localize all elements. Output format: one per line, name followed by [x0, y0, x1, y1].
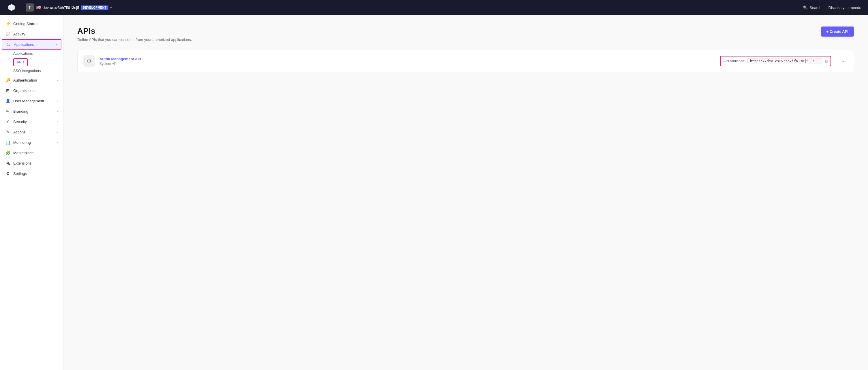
- page-header-left: APIs Define APIs that you can consume fr…: [77, 27, 192, 42]
- chevron-down-icon: ▾: [56, 43, 57, 46]
- topnav-left: T 🇺🇸 dev-cxuv3bh7if613uj5 DEVELOPMENT ▾: [7, 3, 112, 12]
- sidebar-sub-applications: Applications APIs SSO Integrations: [0, 49, 63, 75]
- main-content: APIs Define APIs that you can consume fr…: [63, 15, 868, 370]
- chevron-right-icon: ›: [57, 99, 58, 103]
- chevron-right-icon: ›: [57, 109, 58, 113]
- search-button[interactable]: 🔍 Search: [803, 5, 821, 10]
- page-subtitle: Define APIs that you can consume from yo…: [77, 37, 192, 42]
- copy-audience-button[interactable]: ⧉: [825, 59, 828, 64]
- extensions-icon: 🔌: [5, 161, 10, 166]
- sidebar-sub-item-apis[interactable]: APIs: [13, 58, 28, 66]
- sidebar-item-label: Monitoring: [13, 140, 54, 145]
- chevron-right-icon: ›: [57, 141, 58, 144]
- sidebar-item-actions[interactable]: ↻ Actions ›: [0, 127, 63, 137]
- search-icon: 🔍: [803, 5, 808, 10]
- flag-icon: 🇺🇸: [36, 5, 41, 10]
- api-name-link[interactable]: Auth0 Management API: [99, 57, 715, 61]
- topnav: T 🇺🇸 dev-cxuv3bh7if613uj5 DEVELOPMENT ▾ …: [0, 0, 868, 15]
- copy-icon: ⧉: [825, 59, 828, 64]
- tenant-name-text: dev-cxuv3bh7if613uj5: [43, 5, 79, 10]
- marketplace-icon: 🧩: [5, 150, 10, 155]
- sidebar-item-authentication[interactable]: 🔑 Authentication ›: [0, 75, 63, 85]
- sidebar-item-branding[interactable]: ✏ Branding ›: [0, 106, 63, 116]
- sidebar-item-label: Getting Started: [13, 22, 58, 26]
- sidebar-item-label: Authentication: [13, 78, 54, 82]
- sidebar-item-security[interactable]: ✔ Security ›: [0, 116, 63, 127]
- sidebar-item-label: Applications: [14, 42, 53, 47]
- chevron-right-icon: ›: [57, 78, 58, 82]
- chevron-down-icon: ▾: [110, 6, 112, 9]
- activity-icon: 📈: [5, 31, 10, 37]
- sidebar-item-label: Settings: [13, 171, 58, 176]
- branding-icon: ✏: [5, 109, 10, 114]
- authentication-icon: 🔑: [5, 77, 10, 83]
- sidebar-item-activity[interactable]: 📈 Activity: [0, 29, 63, 39]
- main-header: APIs Define APIs that you can consume fr…: [77, 27, 854, 42]
- sidebar-item-label: Branding: [13, 109, 54, 113]
- api-info: Auth0 Management API System API: [99, 57, 715, 66]
- logo-icon[interactable]: [7, 3, 16, 12]
- sidebar: ⚡ Getting Started 📈 Activity 🗂 Applicati…: [0, 15, 63, 370]
- sidebar-item-label: Marketplace: [13, 151, 58, 155]
- sidebar-sub-item-sso[interactable]: SSO Integrations: [13, 67, 63, 75]
- sidebar-item-label: User Management: [13, 99, 54, 103]
- sidebar-item-marketplace[interactable]: 🧩 Marketplace: [0, 147, 63, 158]
- user-management-icon: 👤: [5, 98, 10, 103]
- sidebar-item-label: Extensions: [13, 161, 58, 165]
- settings-icon: ⚙: [5, 171, 10, 176]
- sidebar-item-getting-started[interactable]: ⚡ Getting Started: [0, 19, 63, 29]
- layout: ⚡ Getting Started 📈 Activity 🗂 Applicati…: [0, 15, 868, 370]
- getting-started-icon: ⚡: [5, 21, 10, 26]
- api-type: System API: [99, 62, 715, 66]
- sidebar-sub-item-applications[interactable]: Applications: [13, 49, 63, 58]
- topnav-right: 🔍 Search Discuss your needs: [803, 5, 861, 10]
- applications-icon: 🗂: [6, 42, 11, 47]
- search-label: Search: [809, 5, 821, 10]
- sidebar-item-extensions[interactable]: 🔌 Extensions: [0, 158, 63, 168]
- sidebar-item-label: Organizations: [13, 89, 58, 93]
- chevron-right-icon: ›: [57, 120, 58, 123]
- api-list: ⚙ Auth0 Management API System API API Au…: [77, 50, 854, 72]
- sidebar-item-settings[interactable]: ⚙ Settings: [0, 168, 63, 179]
- tenant-avatar: T: [26, 3, 34, 11]
- table-row: ⚙ Auth0 Management API System API API Au…: [78, 50, 854, 72]
- tenant-name: 🇺🇸 dev-cxuv3bh7if613uj5 DEVELOPMENT ▾: [36, 5, 112, 10]
- create-api-button[interactable]: + Create API: [821, 27, 854, 37]
- gear-icon: ⚙: [87, 58, 91, 64]
- api-audience-box: API Audience: https://dev-cxuv3bh7if613u…: [720, 56, 831, 66]
- tenant-selector[interactable]: T 🇺🇸 dev-cxuv3bh7if613uj5 DEVELOPMENT ▾: [26, 3, 112, 11]
- sidebar-item-label: Security: [13, 120, 54, 124]
- sidebar-item-monitoring[interactable]: 📊 Monitoring ›: [0, 137, 63, 147]
- security-icon: ✔: [5, 119, 10, 124]
- dev-badge: DEVELOPMENT: [81, 5, 108, 10]
- ellipsis-icon: ···: [841, 58, 846, 64]
- actions-icon: ↻: [5, 129, 10, 135]
- organizations-icon: ⊞: [5, 88, 10, 93]
- discuss-button[interactable]: Discuss your needs: [829, 5, 861, 10]
- chevron-right-icon: ›: [57, 130, 58, 134]
- more-options-button[interactable]: ···: [839, 57, 848, 65]
- sidebar-item-user-management[interactable]: 👤 User Management ›: [0, 96, 63, 106]
- sidebar-item-label: Actions: [13, 130, 54, 134]
- sidebar-item-organizations[interactable]: ⊞ Organizations: [0, 85, 63, 96]
- monitoring-icon: 📊: [5, 140, 10, 145]
- sidebar-item-applications[interactable]: 🗂 Applications ▾: [2, 39, 61, 49]
- sidebar-item-label: Activity: [13, 32, 58, 36]
- api-audience-value: https://dev-cxuv3bh7if613uj5.us.auth0…: [747, 58, 823, 64]
- api-icon-wrap: ⚙: [83, 55, 95, 67]
- page-title: APIs: [77, 27, 192, 36]
- api-audience-label: API Audience:: [723, 59, 745, 63]
